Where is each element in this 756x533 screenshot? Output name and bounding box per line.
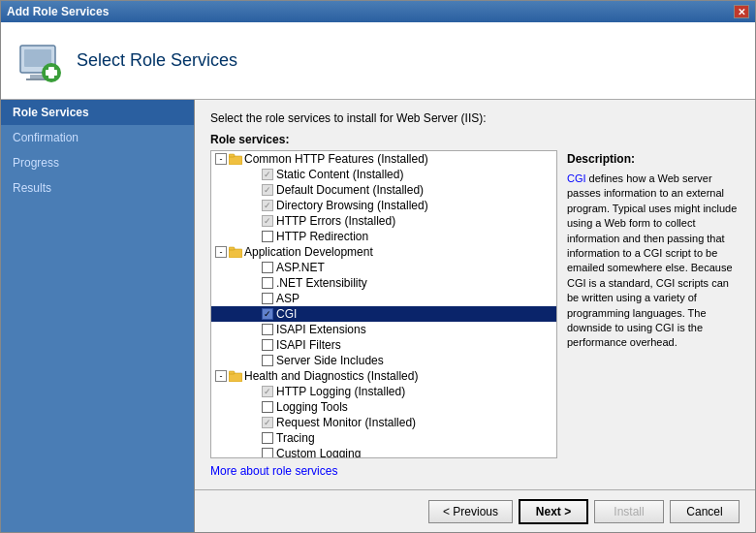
item-http-logging[interactable]: ✓ HTTP Logging (Installed) — [211, 384, 556, 399]
close-button[interactable]: ✕ — [734, 5, 749, 18]
item-directory-browsing[interactable]: ✓ Directory Browsing (Installed) — [211, 198, 556, 213]
folder-icon-common-http — [229, 153, 242, 165]
cb-net-extensibility[interactable] — [262, 277, 273, 289]
services-list[interactable]: - Common HTTP Features (Installed) ✓ Sta… — [210, 150, 557, 458]
item-asp-net[interactable]: ASP.NET — [211, 260, 556, 275]
previous-button[interactable]: < Previous — [428, 500, 513, 523]
sidebar: Role Services Confirmation Progress Resu… — [1, 100, 195, 532]
add-role-services-window: Add Role Services ✕ Select Role Services… — [0, 0, 756, 533]
cb-directory-browsing[interactable]: ✓ — [262, 200, 273, 211]
cb-static-content[interactable]: ✓ — [262, 169, 273, 180]
content-inner: Select the role services to install for … — [195, 100, 755, 489]
sidebar-item-confirmation[interactable]: Confirmation — [1, 125, 194, 150]
item-static-content[interactable]: ✓ Static Content (Installed) — [211, 167, 556, 182]
sidebar-item-role-services[interactable]: Role Services — [1, 100, 194, 125]
cb-http-errors[interactable]: ✓ — [262, 215, 273, 227]
description-text: CGI defines how a Web server passes info… — [567, 172, 738, 351]
main-body: Role Services Confirmation Progress Resu… — [1, 100, 755, 532]
title-bar: Add Role Services ✕ — [1, 1, 755, 22]
item-isapi-extensions[interactable]: ISAPI Extensions — [211, 322, 556, 337]
cgi-link[interactable]: CGI — [567, 172, 586, 184]
cancel-button[interactable]: Cancel — [670, 500, 740, 523]
item-request-monitor[interactable]: ✓ Request Monitor (Installed) — [211, 415, 556, 430]
item-isapi-filters[interactable]: ISAPI Filters — [211, 337, 556, 353]
group-app-development[interactable]: - Application Development — [211, 244, 556, 260]
cb-logging-tools[interactable] — [262, 401, 273, 413]
sidebar-item-progress[interactable]: Progress — [1, 150, 194, 175]
cb-request-monitor[interactable]: ✓ — [262, 417, 273, 428]
item-http-errors[interactable]: ✓ HTTP Errors (Installed) — [211, 213, 556, 229]
header-section: Select Role Services — [1, 22, 755, 100]
svg-rect-12 — [229, 371, 235, 374]
cb-default-document[interactable]: ✓ — [262, 184, 273, 196]
footer: < Previous Next > Install Cancel — [195, 489, 755, 532]
page-title: Select Role Services — [77, 50, 237, 71]
item-asp[interactable]: ASP — [211, 291, 556, 306]
cb-isapi-filters[interactable] — [262, 339, 273, 351]
svg-rect-10 — [229, 247, 235, 250]
item-custom-logging[interactable]: Custom Logging — [211, 446, 556, 458]
item-logging-tools[interactable]: Logging Tools — [211, 399, 556, 415]
item-http-redirection[interactable]: HTTP Redirection — [211, 229, 556, 244]
expand-health-diagnostics[interactable]: - — [215, 370, 227, 382]
header-icon — [16, 38, 63, 84]
folder-icon-health — [229, 370, 242, 382]
expand-app-development[interactable]: - — [215, 246, 227, 258]
cb-http-redirection[interactable] — [262, 231, 273, 242]
content-area: Select the role services to install for … — [195, 100, 755, 532]
install-button[interactable]: Install — [594, 500, 664, 523]
list-and-desc: - Common HTTP Features (Installed) ✓ Sta… — [210, 150, 740, 458]
description-title: Description: — [567, 152, 738, 166]
item-net-extensibility[interactable]: .NET Extensibility — [211, 275, 556, 291]
item-tracing[interactable]: Tracing — [211, 430, 556, 446]
svg-rect-8 — [229, 154, 235, 157]
description-panel: Description: CGI defines how a Web serve… — [565, 150, 740, 458]
next-button[interactable]: Next > — [519, 499, 588, 524]
svg-rect-6 — [46, 70, 57, 76]
cb-tracing[interactable] — [262, 432, 273, 444]
cb-asp-net[interactable] — [262, 262, 273, 273]
cb-isapi-extensions[interactable] — [262, 324, 273, 335]
instruction-text: Select the role services to install for … — [210, 111, 740, 125]
window-title: Add Role Services — [7, 5, 109, 18]
cb-server-side-includes[interactable] — [262, 355, 273, 366]
cb-custom-logging[interactable] — [262, 448, 273, 458]
item-default-document[interactable]: ✓ Default Document (Installed) — [211, 182, 556, 198]
group-health-diagnostics[interactable]: - Health and Diagnostics (Installed) — [211, 368, 556, 384]
group-common-http[interactable]: - Common HTTP Features (Installed) — [211, 151, 556, 167]
svg-rect-9 — [229, 249, 242, 258]
svg-rect-11 — [229, 373, 242, 382]
sidebar-item-results[interactable]: Results — [1, 175, 194, 201]
expand-common-http[interactable]: - — [215, 153, 227, 165]
svg-rect-7 — [229, 156, 242, 165]
role-services-label: Role services: — [210, 133, 740, 146]
folder-icon-app-dev — [229, 246, 242, 258]
cb-http-logging[interactable]: ✓ — [262, 386, 273, 397]
more-about-link[interactable]: More about role services — [210, 464, 740, 478]
item-server-side-includes[interactable]: Server Side Includes — [211, 353, 556, 368]
cb-cgi[interactable]: ✓ — [262, 308, 273, 320]
item-cgi[interactable]: ✓ CGI — [211, 306, 556, 322]
cb-asp[interactable] — [262, 293, 273, 304]
